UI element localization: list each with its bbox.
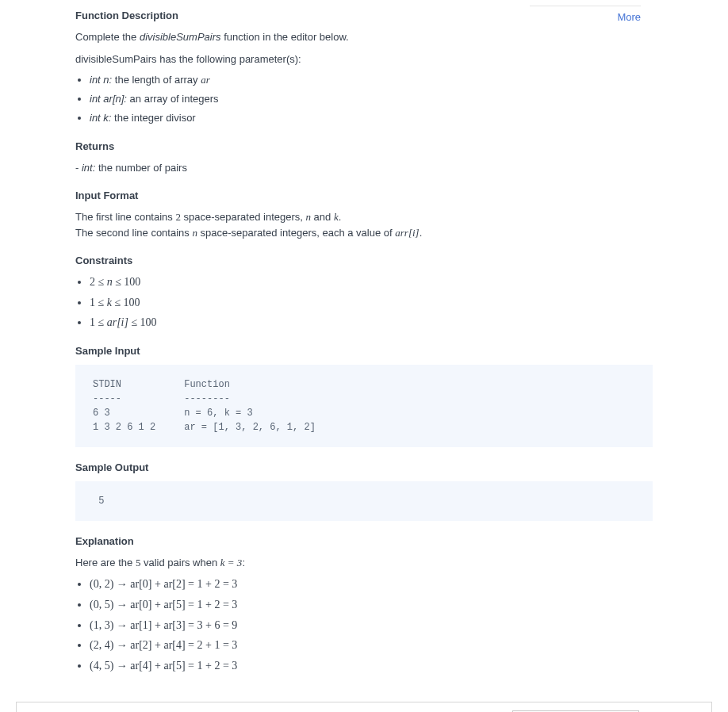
- param-item: int ar[n]: an array of integers: [90, 92, 653, 106]
- p-params-intro: divisibleSumPairs has the following para…: [75, 52, 653, 67]
- p-input-format: The first line contains 2 space-separate…: [75, 209, 653, 240]
- problem-statement: Function Description Complete the divisi…: [0, 0, 728, 702]
- sample-output-box: 5: [75, 481, 653, 521]
- heading-sample-input: Sample Input: [75, 345, 653, 357]
- param-item: int n: the length of array ar: [90, 73, 653, 87]
- t: :: [242, 557, 245, 568]
- t: .: [420, 227, 423, 239]
- param-math: ar: [201, 74, 210, 86]
- p-complete: Complete the divisibleSumPairs function …: [75, 29, 653, 45]
- t: .: [339, 211, 342, 223]
- param-item: int k: the integer divisor: [90, 111, 653, 125]
- t: valid pairs when: [140, 557, 220, 568]
- p-explanation-intro: Here are the 5 valid pairs when k = 3:: [75, 555, 653, 571]
- constraint-item: 1 ≤ ar[i] ≤ 100: [90, 315, 653, 331]
- t: and: [311, 211, 334, 223]
- param-sig: int k:: [90, 112, 111, 124]
- params-list: int n: the length of array arint ar[n]: …: [75, 73, 653, 126]
- returns-desc: the number of pairs: [95, 162, 187, 174]
- explanation-item: (0, 5) → ar[0] + ar[5] = 1 + 2 = 3: [90, 597, 653, 613]
- more-divider: [530, 6, 641, 6]
- t: The first line contains: [75, 211, 175, 223]
- t: space-separated integers,: [181, 211, 306, 223]
- fn-name: divisibleSumPairs: [140, 31, 221, 43]
- explanation-item: (0, 2) → ar[0] + ar[2] = 1 + 2 = 3: [90, 576, 653, 592]
- m: k = 3: [220, 557, 243, 568]
- t: space-separated integers, each a value o…: [197, 227, 395, 239]
- returns-sig: int:: [82, 162, 95, 174]
- p-returns: - int: the number of pairs: [75, 160, 653, 176]
- t: Here are the: [75, 557, 136, 568]
- text: Complete the: [75, 31, 140, 43]
- editor-toolbar: Ada |: [17, 702, 711, 712]
- param-sig: int n:: [90, 74, 112, 86]
- m: arr[i]: [395, 227, 419, 239]
- explanation-item: (4, 5) → ar[4] + ar[5] = 1 + 2 = 3: [90, 658, 653, 674]
- more-link[interactable]: More: [617, 11, 641, 23]
- t: The second line contains: [75, 227, 192, 239]
- heading-explanation: Explanation: [75, 535, 653, 547]
- explanation-item: (1, 3) → ar[1] + ar[3] = 3 + 6 = 9: [90, 618, 653, 634]
- explanation-list: (0, 2) → ar[0] + ar[2] = 1 + 2 = 3(0, 5)…: [75, 576, 653, 673]
- explanation-item: (2, 4) → ar[2] + ar[4] = 2 + 1 = 3: [90, 637, 653, 653]
- sample-input-box: STDIN Function ----- -------- 6 3 n = 6,…: [75, 365, 653, 447]
- heading-function-description: Function Description: [75, 10, 653, 21]
- constraints-list: 2 ≤ n ≤ 1001 ≤ k ≤ 1001 ≤ ar[i] ≤ 100: [75, 274, 653, 331]
- heading-sample-output: Sample Output: [75, 461, 653, 473]
- heading-input-format: Input Format: [75, 189, 653, 201]
- heading-constraints: Constraints: [75, 255, 653, 266]
- param-sig: int ar[n]:: [90, 93, 127, 105]
- code-editor: Ada | 1 2 3 4 5 6 7 8 9 10 with Ada.Text…: [16, 702, 712, 712]
- constraint-item: 1 ≤ k ≤ 100: [90, 295, 653, 311]
- text: function in the editor below.: [221, 31, 349, 43]
- constraint-item: 2 ≤ n ≤ 100: [90, 274, 653, 290]
- heading-returns: Returns: [75, 140, 653, 152]
